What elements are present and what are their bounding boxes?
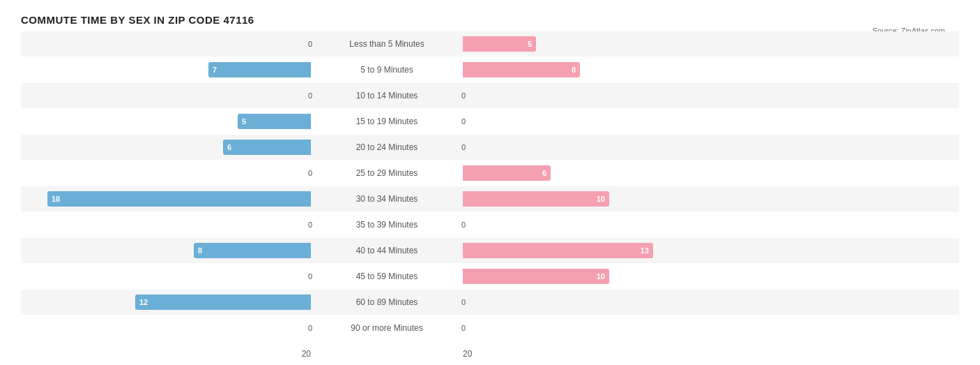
row-label: 15 to 19 Minutes <box>314 117 460 126</box>
female-value: 0 <box>461 91 466 100</box>
chart-row: 75 to 9 Minutes8 <box>21 57 959 82</box>
chart-row: 1260 to 89 Minutes0 <box>21 290 959 315</box>
row-label: 60 to 89 Minutes <box>314 297 460 307</box>
female-value: 10 <box>597 195 605 203</box>
bar-female: 8 <box>463 62 580 77</box>
bar-female: 10 <box>463 269 609 284</box>
female-value: 0 <box>461 298 466 306</box>
row-label: 35 to 39 Minutes <box>314 220 460 230</box>
female-value: 5 <box>528 40 532 48</box>
male-value: 7 <box>213 66 217 74</box>
bar-female: 13 <box>463 243 653 258</box>
chart-row: 035 to 39 Minutes0 <box>21 212 959 237</box>
female-value: 10 <box>597 272 605 281</box>
chart-row: 1830 to 34 Minutes10 <box>21 186 959 211</box>
bar-male: 5 <box>238 114 311 129</box>
bar-male: 18 <box>47 191 311 207</box>
axis-right-label: 20 <box>463 349 472 359</box>
female-value: 0 <box>461 117 466 126</box>
female-value: 8 <box>572 66 576 74</box>
female-value: 0 <box>461 324 466 332</box>
chart-row: 0Less than 5 Minutes5 <box>21 31 959 57</box>
male-value: 0 <box>308 272 312 281</box>
row-label: 30 to 34 Minutes <box>314 194 460 204</box>
bar-male: 12 <box>135 295 311 310</box>
bar-male: 7 <box>208 62 311 77</box>
axis-row: 20 20 <box>21 343 959 364</box>
male-value: 0 <box>308 91 312 100</box>
female-value: 0 <box>461 221 466 229</box>
bar-female: 5 <box>463 36 536 52</box>
male-value: 5 <box>242 117 246 126</box>
female-value: 0 <box>461 143 466 151</box>
chart-row: 045 to 59 Minutes10 <box>21 264 959 289</box>
bar-male: 8 <box>194 243 311 258</box>
chart-title: COMMUTE TIME BY SEX IN ZIP CODE 47116 <box>21 14 959 26</box>
row-label: 25 to 29 Minutes <box>314 168 460 178</box>
row-label: 10 to 14 Minutes <box>314 91 460 100</box>
male-value: 6 <box>227 143 231 151</box>
chart-row: 010 to 14 Minutes0 <box>21 83 959 108</box>
male-value: 8 <box>198 246 202 255</box>
female-value: 6 <box>542 169 546 177</box>
male-value: 0 <box>308 40 312 48</box>
chart-row: 025 to 29 Minutes6 <box>21 161 959 186</box>
row-label: 5 to 9 Minutes <box>314 65 460 75</box>
male-value: 12 <box>139 298 148 306</box>
male-value: 0 <box>308 221 312 229</box>
row-label: 45 to 59 Minutes <box>314 271 460 281</box>
axis-left-label: 20 <box>302 349 311 359</box>
chart-row: 090 or more Minutes0 <box>21 315 959 341</box>
row-label: Less than 5 Minutes <box>314 39 460 49</box>
male-value: 18 <box>52 195 60 203</box>
bar-female: 6 <box>463 165 551 181</box>
bar-male: 6 <box>223 140 311 155</box>
male-value: 0 <box>308 169 312 177</box>
row-label: 40 to 44 Minutes <box>314 246 460 255</box>
chart-row: 515 to 19 Minutes0 <box>21 109 959 134</box>
female-value: 13 <box>641 246 649 255</box>
bar-female: 10 <box>463 191 609 207</box>
male-value: 0 <box>308 324 312 332</box>
chart-area: 0Less than 5 Minutes575 to 9 Minutes8010… <box>21 31 959 341</box>
row-label: 90 or more Minutes <box>314 323 460 333</box>
chart-row: 620 to 24 Minutes0 <box>21 135 959 160</box>
row-label: 20 to 24 Minutes <box>314 142 460 152</box>
chart-row: 840 to 44 Minutes13 <box>21 238 959 263</box>
